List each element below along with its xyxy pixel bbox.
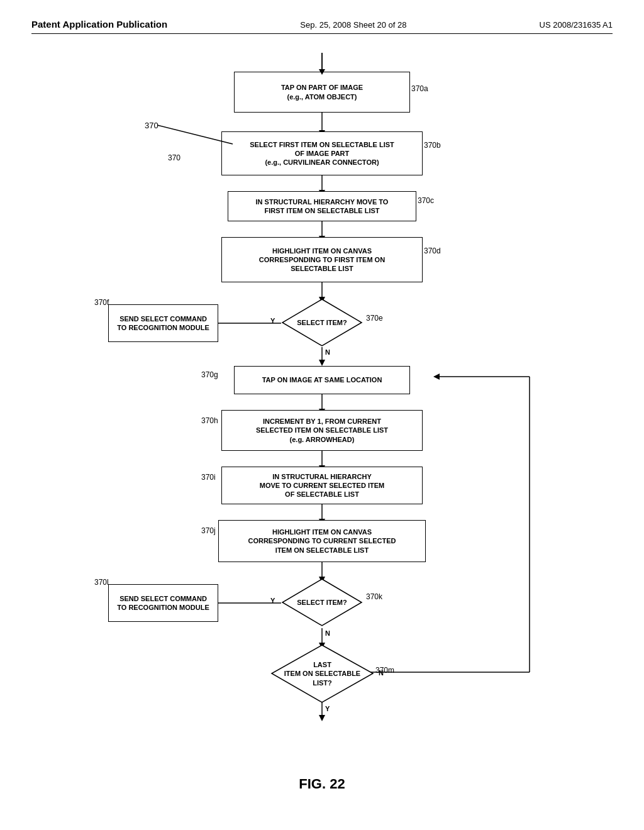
label-370d: 370d (424, 246, 441, 255)
label-370e: 370e (366, 314, 383, 323)
flowchart-diagram: 370 TAP ON PART OF IMAGE (e.g., ATOM OBJ… (52, 53, 592, 763)
label-370k: 370k (366, 592, 382, 601)
box-370i: IN STRUCTURAL HIERARCHYMOVE TO CURRENT S… (221, 467, 423, 504)
svg-marker-12 (319, 360, 325, 366)
n-label-k: N (325, 629, 330, 637)
label-370l: 370l (94, 578, 109, 587)
box-370h: INCREMENT BY 1, FROM CURRENTSELECTED ITE… (221, 410, 423, 451)
diamond-370m: LASTITEM ON SELECTABLELIST? (270, 644, 374, 704)
y-label-k: Y (270, 597, 275, 604)
y-label-e: Y (270, 317, 275, 324)
label-370g: 370g (201, 370, 218, 379)
y-label-m: Y (325, 705, 330, 712)
publication-date: Sep. 25, 2008 Sheet 20 of 28 (300, 20, 406, 30)
page: Patent Application Publication Sep. 25, … (0, 0, 644, 830)
box-370j: HIGHLIGHT ITEM ON CANVASCORRESPONDING TO… (218, 520, 426, 562)
page-header: Patent Application Publication Sep. 25, … (31, 19, 613, 34)
publication-label: Patent Application Publication (31, 19, 167, 30)
svg-marker-30 (319, 715, 325, 721)
label-370b: 370b (424, 141, 441, 150)
svg-marker-35 (319, 69, 325, 75)
n-label-e: N (325, 348, 330, 356)
box-370a: TAP ON PART OF IMAGE (e.g., ATOM OBJECT) (234, 72, 410, 113)
box-370f: SEND SELECT COMMANDTO RECOGNITION MODULE (108, 304, 218, 342)
svg-line-36 (157, 125, 233, 144)
svg-marker-28 (433, 374, 440, 380)
box-370g: TAP ON IMAGE AT SAME LOCATION (234, 366, 410, 394)
label-370i: 370i (201, 473, 216, 482)
box-370b: SELECT FIRST ITEM ON SELECTABLE LISTOF I… (221, 131, 423, 175)
entry-arrow (313, 53, 331, 75)
box-370l: SEND SELECT COMMANDTO RECOGNITION MODULE (108, 584, 218, 622)
n-label-m: N (379, 669, 384, 677)
label-370-line (145, 113, 239, 150)
box-370d: HIGHLIGHT ITEM ON CANVASCORRESPONDING TO… (221, 237, 423, 282)
box-370c: IN STRUCTURAL HIERARCHY MOVE TOFIRST ITE… (228, 191, 416, 221)
diamond-370k: SELECT ITEM? (281, 578, 363, 627)
label-370h: 370h (201, 416, 218, 425)
label-370a: 370a (411, 84, 428, 93)
label-370f: 370f (94, 298, 109, 307)
diamond-370e: SELECT ITEM? (281, 298, 363, 347)
fig-caption: FIG. 22 (31, 776, 613, 792)
label-370: 370 (168, 153, 180, 162)
label-370c: 370c (418, 196, 434, 205)
publication-number: US 2008/231635 A1 (540, 20, 613, 30)
label-370j: 370j (201, 526, 216, 535)
